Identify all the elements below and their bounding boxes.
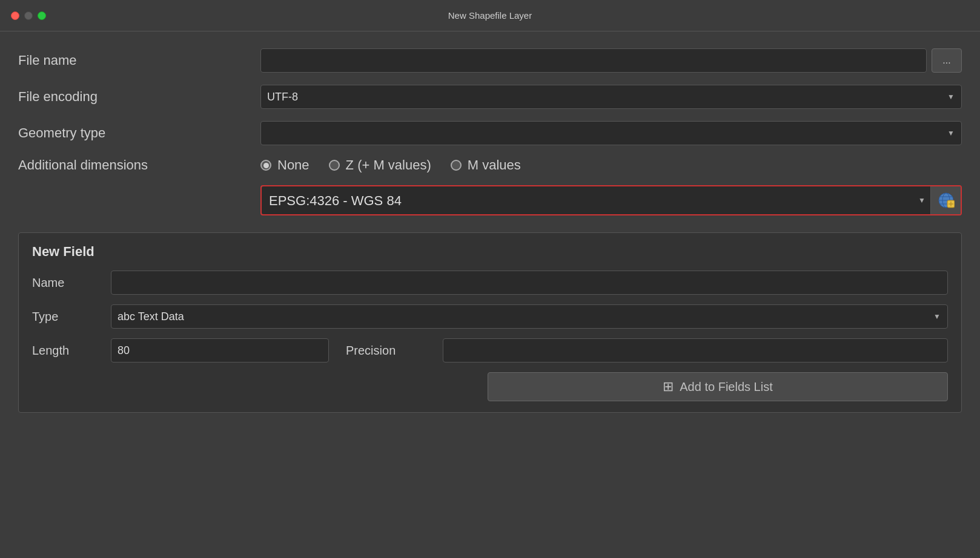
additional-dimensions-label: Additional dimensions <box>18 157 260 173</box>
crs-input-wrapper: EPSG:4326 - WGS 84 ▼ <box>260 185 962 215</box>
close-button[interactable] <box>11 11 19 20</box>
length-precision-row: Length Precision <box>32 338 948 363</box>
titlebar: New Shapefile Layer <box>0 0 980 31</box>
add-fields-label: Add to Fields List <box>680 380 772 394</box>
radio-m-dot <box>451 160 462 171</box>
main-window: New Shapefile Layer File name ... File e… <box>0 0 980 558</box>
file-encoding-select[interactable]: UTF-8 <box>260 85 962 109</box>
field-name-row: Name <box>32 271 948 295</box>
file-name-control: ... <box>260 48 962 73</box>
radio-group: None Z (+ M values) M values <box>260 157 521 173</box>
geometry-type-label: Geometry type <box>18 125 260 141</box>
add-fields-grid-icon: ⊞ <box>663 379 674 395</box>
crs-globe-button[interactable] <box>930 186 961 214</box>
geometry-type-select[interactable]: Point Line Polygon <box>260 121 962 145</box>
window-controls <box>11 11 46 20</box>
file-name-label: File name <box>18 53 260 68</box>
globe-icon <box>938 192 955 209</box>
minimize-button[interactable] <box>24 11 33 20</box>
field-name-input[interactable] <box>111 271 948 295</box>
add-to-fields-button[interactable]: ⊞ Add to Fields List <box>488 372 948 401</box>
geometry-type-row: Geometry type Point Line Polygon <box>18 121 962 145</box>
new-field-section: New Field Name Type abc Text Data Intege… <box>18 232 962 413</box>
browse-button[interactable]: ... <box>932 48 962 73</box>
radio-z-dot <box>329 160 340 171</box>
precision-label: Precision <box>346 344 443 358</box>
radio-m-label: M values <box>468 157 521 173</box>
precision-input[interactable] <box>443 338 948 363</box>
additional-dimensions-row: Additional dimensions None Z (+ M values… <box>18 157 962 173</box>
field-type-select-wrapper: abc Text Data Integer Decimal Date <box>111 304 948 329</box>
field-name-label: Name <box>32 276 111 290</box>
file-encoding-row: File encoding UTF-8 <box>18 85 962 109</box>
new-field-title: New Field <box>32 244 948 260</box>
length-input[interactable] <box>111 338 329 363</box>
window-title: New Shapefile Layer <box>448 10 532 21</box>
length-label: Length <box>32 344 111 358</box>
crs-row: EPSG:4326 - WGS 84 ▼ <box>260 185 962 215</box>
file-name-row: File name ... <box>18 48 962 73</box>
file-name-input[interactable] <box>260 48 927 73</box>
dialog-content: File name ... File encoding UTF-8 Geomet… <box>0 31 980 558</box>
field-type-row: Type abc Text Data Integer Decimal Date <box>32 304 948 329</box>
geometry-type-select-wrapper: Point Line Polygon <box>260 121 962 145</box>
field-type-select[interactable]: abc Text Data Integer Decimal Date <box>111 304 948 329</box>
maximize-button[interactable] <box>38 11 46 20</box>
file-encoding-label: File encoding <box>18 89 260 105</box>
radio-z-item[interactable]: Z (+ M values) <box>329 157 431 173</box>
field-type-label: Type <box>32 310 111 324</box>
radio-none-label: None <box>277 157 310 173</box>
radio-none-item[interactable]: None <box>260 157 310 173</box>
crs-select[interactable]: EPSG:4326 - WGS 84 <box>262 186 930 214</box>
radio-none-dot <box>260 160 271 171</box>
add-fields-row: ⊞ Add to Fields List <box>32 372 948 401</box>
file-encoding-select-wrapper: UTF-8 <box>260 85 962 109</box>
radio-z-label: Z (+ M values) <box>346 157 431 173</box>
radio-m-item[interactable]: M values <box>451 157 521 173</box>
